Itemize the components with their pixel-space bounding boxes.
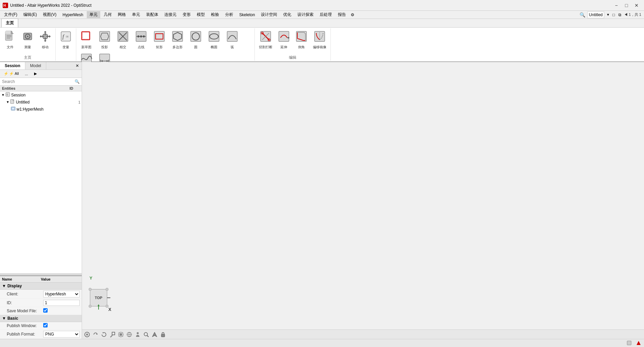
menu-danyuan2[interactable]: 单元 (129, 11, 143, 18)
viewport-area[interactable]: Y X TOP (82, 62, 644, 329)
menu-sheji-kongjian[interactable]: 设计空间 (258, 11, 280, 18)
nav-button[interactable]: ▶ (32, 70, 39, 77)
display-icon[interactable] (117, 331, 125, 338)
ribbon-btn-file[interactable]: 文件 (1, 29, 19, 51)
ribbon-btn-rect-label: 矩形 (156, 45, 163, 50)
arc-icon (226, 30, 238, 44)
ribbon-btn-new-sketch[interactable]: 新草图 (78, 29, 95, 51)
ribbon-btn-variable[interactable]: f ∞ 变量 (57, 29, 75, 51)
save-model-checkbox[interactable] (43, 308, 48, 313)
all-button[interactable]: ⚡ ⚡ All (1, 70, 21, 77)
ribbon-btn-arc[interactable]: 弧 (223, 29, 241, 51)
props-section-display[interactable]: ▼ Display (0, 283, 82, 290)
ribbon-btn-move[interactable]: 移动 (36, 29, 54, 51)
ribbon-btn-circle[interactable]: 圆 (187, 29, 205, 51)
rotate-icon[interactable] (92, 331, 99, 338)
header-copy-btn[interactable]: ⧉ (618, 12, 622, 18)
zoom-icon[interactable] (109, 331, 116, 338)
ribbon-btn-measure[interactable]: 测量 (19, 29, 36, 51)
ribbon-tab-home[interactable]: 主页 (1, 19, 18, 27)
reset-icon[interactable] (100, 331, 108, 338)
menu-skeleton[interactable]: Skeleton (237, 12, 258, 18)
menu-youhua[interactable]: 优化 (280, 11, 294, 18)
ribbon-btn-new-sketch-label: 新草图 (81, 45, 91, 50)
title-bar: H Untitled - Altair HyperWorks 2022 - Op… (0, 0, 644, 11)
ribbon-btn-rect[interactable]: 矩形 (151, 29, 168, 51)
ribbon-btn-point-line[interactable]: 点线 (132, 29, 150, 51)
prop-id-value[interactable] (43, 300, 80, 306)
display-icon-2[interactable] (126, 331, 133, 338)
props-section-basic[interactable]: ▼ Basic (0, 315, 82, 322)
panel-close-button[interactable]: ✕ (73, 62, 82, 69)
ribbon-btn-ellipse[interactable]: 椭圆 (205, 29, 223, 51)
tree-item-hypermesh[interactable]: w1:HyperMesh (0, 106, 82, 113)
menu-baogao[interactable]: 报告 (335, 11, 349, 18)
menu-danyuan[interactable]: 单元 (87, 11, 100, 18)
prop-publish-window-value[interactable] (43, 323, 80, 328)
tab-model[interactable]: Model (25, 62, 46, 69)
header-page-btn[interactable]: □ (612, 12, 615, 18)
nav-cube[interactable]: TOP (85, 285, 112, 311)
close-button[interactable]: ✕ (632, 2, 641, 9)
intersect-icon (117, 30, 129, 44)
minimize-button[interactable]: − (612, 2, 621, 9)
svg-text:∞: ∞ (66, 34, 69, 39)
section-expand-icon-2: ▼ (2, 316, 6, 321)
svg-rect-100 (627, 341, 631, 345)
menu-right: 🔍 Untitled ▼ □ ⧉ ◀ 1，共 1 (580, 11, 643, 18)
menu-moxing[interactable]: 模型 (194, 11, 208, 18)
more-button[interactable]: ... (23, 71, 30, 77)
prop-save-model-value[interactable] (43, 308, 80, 314)
svg-marker-85 (110, 335, 113, 338)
menu-wangge[interactable]: 网格 (115, 11, 129, 18)
settings-icon[interactable]: ⚙ (351, 12, 354, 17)
tree-item-session[interactable]: ▼ S Session (0, 91, 82, 98)
menu-view[interactable]: 视图(V) (40, 11, 59, 18)
view-all-icon[interactable] (83, 331, 91, 338)
target-icon[interactable] (151, 331, 158, 338)
menu-edit[interactable]: 编辑(E) (21, 11, 39, 18)
viewport: Y X TOP (82, 62, 644, 339)
search-view-icon[interactable] (142, 331, 150, 338)
client-select[interactable]: HyperMesh (43, 291, 80, 297)
ribbon-btn-intersect[interactable]: 相交 (114, 29, 132, 51)
menu-houchuli[interactable]: 后处理 (317, 11, 334, 18)
ribbon-btn-chamfer[interactable]: 倒角 (293, 29, 310, 51)
search-input[interactable] (2, 79, 75, 84)
lock-icon[interactable] (159, 331, 167, 338)
svg-point-10 (27, 36, 28, 37)
ribbon-btn-polygon[interactable]: 多边形 (169, 29, 186, 51)
tab-session[interactable]: Session (0, 62, 25, 69)
menu-jihe[interactable]: 几何 (101, 11, 114, 18)
ribbon-btn-offset-mirror[interactable]: 偏移镜像 (310, 29, 329, 51)
prop-client-value[interactable]: HyperMesh (43, 291, 80, 297)
title-text: Untitled - Altair HyperWorks 2022 - Opti… (10, 3, 612, 8)
menu-jianyan[interactable]: 检验 (208, 11, 222, 18)
untitled-icon (10, 99, 15, 105)
menu-fenxi[interactable]: 分析 (222, 11, 236, 18)
tree-item-untitled[interactable]: ▼ Untitled 1 (0, 98, 82, 106)
menu-hypermesh[interactable]: HyperMesh (60, 12, 86, 18)
ribbon-btn-cut[interactable]: 切割打断 (256, 29, 275, 51)
ribbon-btn-extend[interactable]: 延伸 (275, 29, 293, 51)
menu-lianjie[interactable]: 连接元 (162, 11, 179, 18)
id-input[interactable] (43, 300, 80, 306)
menu-zhuangpei[interactable]: 装配体 (143, 11, 161, 18)
publish-window-checkbox[interactable] (43, 323, 48, 327)
person-icon[interactable] (134, 331, 141, 338)
prop-save-model-label: Save Model File: (7, 309, 43, 313)
section-display-label: Display (7, 284, 22, 288)
header-search-icon[interactable]: 🔍 (580, 12, 585, 18)
menu-sheji-tansuo[interactable]: 设计探索 (295, 11, 316, 18)
publish-format-select[interactable]: PNG JPG BMP (43, 331, 80, 338)
offset-mirror-icon (314, 30, 326, 44)
ribbon-btn-projection[interactable]: 投影 (96, 29, 113, 51)
menu-bianxing[interactable]: 变形 (180, 11, 193, 18)
svg-point-87 (119, 333, 122, 336)
menu-file[interactable]: 文件(F) (1, 11, 20, 18)
svg-point-90 (122, 332, 123, 334)
prop-publish-format-value[interactable]: PNG JPG BMP (43, 331, 80, 338)
header-model-name[interactable]: Untitled (587, 11, 605, 18)
maximize-button[interactable]: □ (622, 2, 631, 9)
header-dropdown-icon[interactable]: ▼ (606, 13, 610, 17)
